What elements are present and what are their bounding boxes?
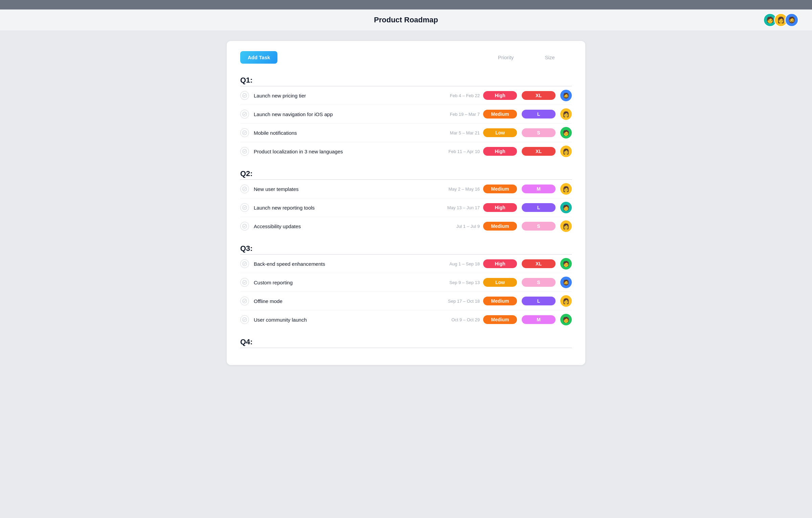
- task-avatar: 👩: [560, 295, 572, 307]
- task-row[interactable]: User community launchOct 9 – Oct 29Mediu…: [240, 310, 572, 329]
- task-name: Product localization in 3 new languages: [254, 149, 429, 154]
- priority-badge[interactable]: High: [483, 91, 517, 100]
- avatar: 🧔: [785, 13, 798, 27]
- priority-badge[interactable]: Medium: [483, 222, 517, 231]
- priority-badge[interactable]: Medium: [483, 185, 517, 193]
- task-dates: May 13 – Jun 17: [429, 205, 480, 210]
- task-name: Offline mode: [254, 298, 429, 304]
- task-checkbox[interactable]: [240, 222, 249, 231]
- main-content: Add Task Priority Size Q1:Launch new pri…: [227, 41, 585, 365]
- task-avatar: 🧔: [560, 90, 572, 101]
- task-checkbox[interactable]: [240, 315, 249, 324]
- section-divider-4: [240, 348, 572, 348]
- task-avatar: 🧑: [560, 314, 572, 325]
- header-avatars: 🧑 👩 🧔: [763, 13, 798, 27]
- size-badge[interactable]: S: [522, 128, 556, 137]
- task-checkbox[interactable]: [240, 128, 249, 137]
- priority-badge[interactable]: High: [483, 203, 517, 212]
- column-headers: Priority Size: [484, 55, 572, 60]
- task-name: Launch new reporting tools: [254, 205, 429, 211]
- add-task-button[interactable]: Add Task: [240, 51, 277, 64]
- size-badge[interactable]: S: [522, 278, 556, 287]
- size-badge[interactable]: L: [522, 297, 556, 305]
- quarter-section-3: Q3: Back-end speed enhancementsAug 1 – S…: [240, 239, 572, 329]
- top-bar: [0, 0, 812, 9]
- task-name: Mobile notifications: [254, 130, 429, 136]
- task-row[interactable]: Product localization in 3 new languagesF…: [240, 142, 572, 160]
- size-badge[interactable]: XL: [522, 91, 556, 100]
- task-dates: Jul 1 – Jul 9: [429, 224, 480, 229]
- task-checkbox[interactable]: [240, 297, 249, 305]
- task-avatar: 👩: [560, 108, 572, 120]
- task-name: New user templates: [254, 186, 429, 192]
- task-name: Launch new navigation for iOS app: [254, 111, 429, 117]
- priority-badge[interactable]: Low: [483, 278, 517, 287]
- size-badge[interactable]: S: [522, 222, 556, 231]
- task-row[interactable]: Launch new reporting toolsMay 13 – Jun 1…: [240, 198, 572, 217]
- task-avatar: 🧑: [560, 258, 572, 269]
- quarter-section-4: Q4:: [240, 332, 572, 348]
- task-checkbox[interactable]: [240, 185, 249, 193]
- task-checkbox[interactable]: [240, 278, 249, 287]
- task-dates: Oct 9 – Oct 29: [429, 317, 480, 322]
- priority-badge[interactable]: High: [483, 147, 517, 156]
- quarter-header-1: Q1:: [240, 70, 572, 86]
- task-dates: Feb 19 – Mar 7: [429, 112, 480, 117]
- priority-badge[interactable]: High: [483, 259, 517, 268]
- task-avatar: 👩: [560, 183, 572, 195]
- quarter-header-4: Q4:: [240, 332, 572, 348]
- page-title: Product Roadmap: [374, 16, 438, 24]
- quarter-header-2: Q2:: [240, 164, 572, 179]
- task-row[interactable]: Back-end speed enhancementsAug 1 – Sep 1…: [240, 255, 572, 273]
- priority-badge[interactable]: Medium: [483, 315, 517, 324]
- task-checkbox[interactable]: [240, 147, 249, 156]
- task-checkbox[interactable]: [240, 110, 249, 118]
- task-dates: Mar 5 – Mar 21: [429, 130, 480, 135]
- task-dates: Sep 17 – Oct 18: [429, 299, 480, 304]
- task-avatar: 🧑: [560, 202, 572, 213]
- task-avatar: 🧑: [560, 127, 572, 138]
- priority-badge[interactable]: Medium: [483, 297, 517, 305]
- task-name: Custom reporting: [254, 280, 429, 285]
- size-badge[interactable]: M: [522, 185, 556, 193]
- task-checkbox[interactable]: [240, 203, 249, 212]
- task-checkbox[interactable]: [240, 259, 249, 268]
- task-row[interactable]: Offline modeSep 17 – Oct 18MediumL👩: [240, 292, 572, 310]
- task-row[interactable]: Accessibility updatesJul 1 – Jul 9Medium…: [240, 217, 572, 235]
- size-badge[interactable]: XL: [522, 147, 556, 156]
- task-name: User community launch: [254, 317, 429, 323]
- toolbar: Add Task Priority Size: [240, 51, 572, 64]
- priority-badge[interactable]: Medium: [483, 110, 517, 118]
- header: Product Roadmap 🧑 👩 🧔: [0, 9, 812, 31]
- priority-badge[interactable]: Low: [483, 128, 517, 137]
- task-row[interactable]: New user templatesMay 2 – May 16MediumM👩: [240, 180, 572, 198]
- size-badge[interactable]: M: [522, 315, 556, 324]
- task-dates: Feb 4 – Feb 22: [429, 93, 480, 98]
- quarters-container: Q1:Launch new pricing tierFeb 4 – Feb 22…: [240, 70, 572, 348]
- task-row[interactable]: Launch new navigation for iOS appFeb 19 …: [240, 105, 572, 124]
- size-badge[interactable]: XL: [522, 259, 556, 268]
- task-dates: Aug 1 – Sep 18: [429, 261, 480, 266]
- task-avatar: 🧔: [560, 277, 572, 288]
- size-badge[interactable]: L: [522, 203, 556, 212]
- task-row[interactable]: Custom reportingSep 9 – Sep 13LowS🧔: [240, 273, 572, 292]
- task-dates: Sep 9 – Sep 13: [429, 280, 480, 285]
- priority-header: Priority: [484, 55, 528, 60]
- task-row[interactable]: Mobile notificationsMar 5 – Mar 21LowS🧑: [240, 124, 572, 142]
- task-checkbox[interactable]: [240, 91, 249, 100]
- task-row[interactable]: Launch new pricing tierFeb 4 – Feb 22Hig…: [240, 86, 572, 105]
- task-avatar: 👩: [560, 220, 572, 232]
- quarter-section-2: Q2:New user templatesMay 2 – May 16Mediu…: [240, 164, 572, 235]
- task-dates: Feb 11 – Apr 10: [429, 149, 480, 154]
- size-header: Size: [528, 55, 572, 60]
- task-name: Launch new pricing tier: [254, 93, 429, 99]
- task-name: Back-end speed enhancements: [254, 261, 429, 267]
- task-name: Accessibility updates: [254, 223, 429, 229]
- task-avatar: 👩: [560, 146, 572, 157]
- task-dates: May 2 – May 16: [429, 187, 480, 192]
- size-badge[interactable]: L: [522, 110, 556, 118]
- quarter-section-1: Q1:Launch new pricing tierFeb 4 – Feb 22…: [240, 70, 572, 160]
- quarter-header-3: Q3:: [240, 239, 572, 254]
